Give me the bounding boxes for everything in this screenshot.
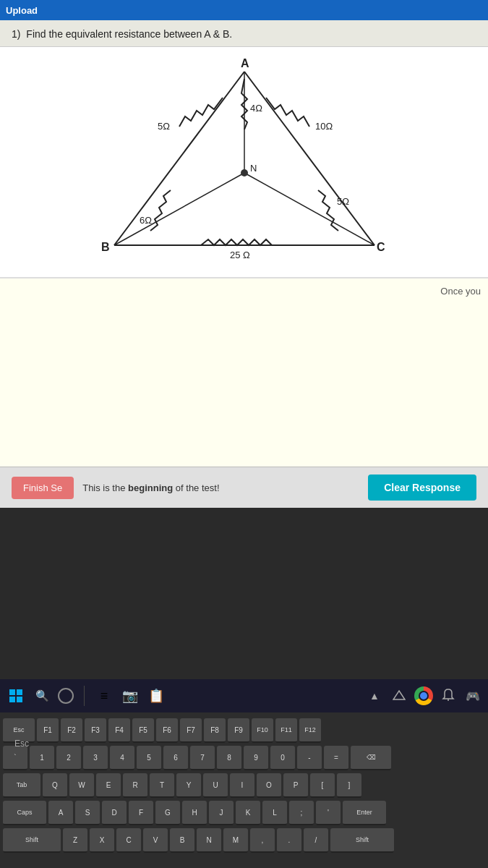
key-7[interactable]: 7 [190, 746, 215, 770]
svg-point-6 [241, 169, 248, 176]
clear-response-button[interactable]: Clear Response [368, 475, 476, 501]
key-p[interactable]: P [283, 773, 308, 798]
key-8[interactable]: 8 [217, 746, 241, 770]
task-view-icon[interactable] [58, 688, 74, 704]
notification-icon[interactable] [439, 686, 458, 705]
key-s[interactable]: S [75, 801, 100, 825]
key-l[interactable]: L [262, 801, 287, 825]
instruction-text: This is the beginning of the test! [82, 482, 359, 493]
svg-marker-11 [393, 691, 405, 699]
esc-label: Esc [14, 739, 29, 749]
key-shift-left[interactable]: Shift [3, 828, 61, 853]
key-m[interactable]: M [223, 828, 248, 853]
key-f11[interactable]: F11 [275, 718, 297, 743]
finish-button[interactable]: Finish Se [12, 477, 74, 499]
windows-icon[interactable] [6, 686, 26, 706]
key-f1[interactable]: F1 [37, 718, 59, 743]
key-9[interactable]: 9 [244, 746, 268, 770]
taskbar: 🔍 ≡ 📷 📋 ▲ 🎮 [0, 679, 488, 712]
svg-rect-9 [9, 697, 15, 702]
key-slash[interactable]: / [304, 828, 328, 853]
key-k[interactable]: K [236, 801, 260, 825]
resistor-5ohm-left-label: 5Ω [158, 121, 170, 132]
svg-rect-8 [17, 689, 22, 695]
key-2[interactable]: 2 [56, 746, 81, 770]
key-f8[interactable]: F8 [204, 718, 226, 743]
svg-rect-10 [17, 697, 22, 702]
circuit-area: A B C N 4Ω 10Ω [0, 47, 488, 278]
key-u[interactable]: U [203, 773, 228, 798]
key-semicolon[interactable]: ; [289, 801, 314, 825]
key-5[interactable]: 5 [137, 746, 161, 770]
key-quote[interactable]: ' [316, 801, 341, 825]
key-v[interactable]: V [143, 828, 168, 853]
key-caps[interactable]: Caps [3, 801, 46, 825]
chrome-icon[interactable] [414, 686, 433, 705]
keyboard-row-5: Shift Z X C V B N M , . / Shift [3, 828, 394, 853]
key-4[interactable]: 4 [110, 746, 134, 770]
key-backspace[interactable]: ⌫ [351, 746, 391, 770]
key-period[interactable]: . [277, 828, 301, 853]
key-z[interactable]: Z [63, 828, 87, 853]
key-bracket-close[interactable]: ] [337, 773, 361, 798]
taskbar-arrow-icon[interactable]: ▲ [365, 686, 384, 705]
top-bar-text: Upload [6, 5, 38, 16]
key-q[interactable]: Q [43, 773, 67, 798]
key-t[interactable]: T [150, 773, 174, 798]
key-j[interactable]: J [209, 801, 234, 825]
search-icon[interactable]: 🔍 [33, 687, 51, 705]
taskbar-network-icon[interactable] [390, 686, 408, 705]
taskbar-app-1[interactable]: ≡ [95, 686, 114, 705]
key-y[interactable]: Y [176, 773, 201, 798]
key-x[interactable]: X [90, 828, 114, 853]
key-shift-right[interactable]: Shift [330, 828, 394, 853]
node-c-label: C [377, 241, 385, 253]
key-o[interactable]: O [257, 773, 281, 798]
key-0[interactable]: 0 [270, 746, 295, 770]
key-enter[interactable]: Enter [343, 801, 386, 825]
key-f[interactable]: F [129, 801, 153, 825]
instruction-bold: beginning [128, 482, 173, 493]
keyboard-row-2: ` 1 2 3 4 5 6 7 8 9 0 - = ⌫ [3, 746, 391, 770]
key-a[interactable]: A [48, 801, 73, 825]
key-b[interactable]: B [170, 828, 194, 853]
key-backtick[interactable]: ` [3, 746, 27, 770]
playstation-icon[interactable]: 🎮 [463, 686, 482, 705]
key-f12[interactable]: F12 [299, 718, 321, 743]
key-minus[interactable]: - [297, 746, 322, 770]
once-you-text: Once you [440, 286, 481, 297]
taskbar-app-2[interactable]: 📷 [121, 686, 140, 705]
key-bracket-open[interactable]: [ [310, 773, 335, 798]
bottom-toolbar: Finish Se This is the beginning of the t… [0, 467, 488, 508]
key-i[interactable]: I [230, 773, 254, 798]
key-tab[interactable]: Tab [3, 773, 40, 798]
key-w[interactable]: W [69, 773, 94, 798]
key-3[interactable]: 3 [83, 746, 108, 770]
key-g[interactable]: G [155, 801, 180, 825]
key-equals[interactable]: = [324, 746, 348, 770]
key-6[interactable]: 6 [163, 746, 188, 770]
key-comma[interactable]: , [250, 828, 275, 853]
key-r[interactable]: R [123, 773, 147, 798]
key-1[interactable]: 1 [30, 746, 54, 770]
key-c[interactable]: C [116, 828, 141, 853]
key-h[interactable]: H [182, 801, 207, 825]
key-f3[interactable]: F3 [85, 718, 106, 743]
taskbar-app-3[interactable]: 📋 [147, 686, 166, 705]
question-body: Find the equivalent resistance between A… [26, 28, 232, 40]
keyboard-row-1: Esc F1 F2 F3 F4 F5 F6 F7 F8 F9 F10 F11 F… [3, 718, 321, 743]
key-f2[interactable]: F2 [61, 718, 82, 743]
key-f10[interactable]: F10 [252, 718, 273, 743]
key-f9[interactable]: F9 [228, 718, 249, 743]
circuit-diagram: A B C N 4Ω 10Ω [93, 57, 396, 267]
key-e[interactable]: E [96, 773, 121, 798]
key-n[interactable]: N [197, 828, 221, 853]
key-f5[interactable]: F5 [132, 718, 154, 743]
key-f4[interactable]: F4 [108, 718, 130, 743]
key-d[interactable]: D [102, 801, 127, 825]
key-f6[interactable]: F6 [156, 718, 178, 743]
key-f7[interactable]: F7 [180, 718, 202, 743]
resistor-10ohm-label: 10Ω [315, 121, 333, 132]
svg-line-4 [114, 173, 244, 245]
svg-line-1 [244, 72, 374, 245]
